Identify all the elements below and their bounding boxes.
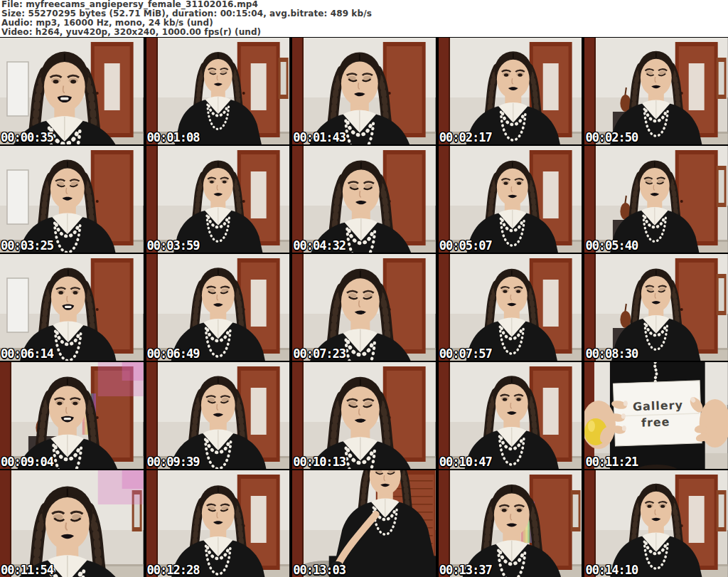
video-thumbnail: 00:10:47 (439, 362, 582, 469)
timestamp-label: 00:12:28 (147, 564, 200, 576)
video-thumbnail: 00:13:03 (292, 470, 436, 577)
timestamp-label: 00:09:04 (1, 456, 53, 468)
timestamp-label: 00:09:39 (147, 456, 200, 468)
timestamp-label: 00:03:25 (1, 240, 53, 252)
thumbnail-image (146, 38, 290, 144)
thumbnail-image (0, 38, 144, 144)
video-thumbnail: 00:14:10 (584, 470, 728, 577)
timestamp-label: 00:10:13 (293, 456, 346, 468)
timestamp-label: 00:07:23 (293, 348, 346, 360)
thumbnail-image (439, 470, 582, 577)
video-thumbnail: 00:08:30 (584, 254, 728, 361)
timestamp-label: 00:05:07 (439, 240, 492, 252)
video-thumbnail: 00:13:37 (439, 470, 582, 577)
thumbnail-image (439, 38, 582, 144)
video-thumbnail: Galleryfree 00:11:21 (584, 362, 728, 469)
video-thumbnail: 00:10:13 (292, 362, 436, 469)
video-thumbnail: 00:02:50 (584, 38, 728, 144)
svg-text:Gallery: Gallery (633, 398, 684, 413)
thumbnail-image (584, 470, 728, 577)
timestamp-label: 00:04:32 (293, 240, 346, 252)
timestamp-label: 00:11:54 (1, 564, 53, 576)
video-thumbnail: 00:07:57 (439, 254, 582, 361)
metadata-line-video: Video: h264, yuv420p, 320x240, 1000.00 f… (1, 28, 728, 37)
thumbnail-image (146, 470, 290, 577)
video-thumbnail: 00:00:35 (0, 38, 144, 144)
thumbnail-grid: 00:00:35 00:01:08 00:01:43 00:02:17 00:0… (0, 37, 728, 577)
timestamp-label: 00:01:08 (147, 132, 200, 144)
video-thumbnail: 00:06:14 (0, 254, 144, 361)
thumbnail-image (292, 362, 436, 469)
timestamp-label: 00:02:17 (439, 132, 492, 144)
timestamp-label: 00:07:57 (439, 348, 492, 360)
timestamp-label: 00:05:40 (585, 240, 638, 252)
timestamp-label: 00:08:30 (585, 348, 638, 360)
timestamp-label: 00:03:59 (147, 240, 200, 252)
thumbnail-image (584, 38, 728, 144)
video-thumbnail: 00:03:25 (0, 146, 144, 253)
timestamp-label: 00:13:03 (293, 564, 346, 576)
video-thumbnail: 00:02:17 (439, 38, 582, 144)
thumbnail-image (0, 146, 144, 253)
video-thumbnail: 00:01:43 (292, 38, 436, 144)
timestamp-label: 00:13:37 (439, 564, 492, 576)
video-thumbnail: 00:01:08 (146, 38, 290, 144)
thumbnail-image (584, 146, 728, 253)
timestamp-label: 00:10:47 (439, 456, 492, 468)
video-thumbnail: 00:05:07 (439, 146, 582, 253)
svg-text:free: free (641, 415, 670, 429)
timestamp-label: 00:06:49 (147, 348, 200, 360)
timestamp-label: 00:06:14 (1, 348, 53, 360)
thumbnail-image (439, 362, 582, 469)
thumbnail-image (0, 254, 144, 361)
timestamp-label: 00:02:50 (585, 132, 638, 144)
thumbnail-image (292, 146, 436, 253)
thumbnail-image (0, 362, 144, 469)
thumbnail-image (439, 254, 582, 361)
video-thumbnail: 00:07:23 (292, 254, 436, 361)
thumbnail-image (292, 254, 436, 361)
timestamp-label: 00:11:21 (585, 456, 638, 468)
video-thumbnail: 00:03:59 (146, 146, 290, 253)
video-thumbnail: 00:05:40 (584, 146, 728, 253)
thumbnail-image (584, 254, 728, 361)
video-thumbnail: 00:04:32 (292, 146, 436, 253)
thumbnail-image (146, 362, 290, 469)
thumbnail-image (146, 146, 290, 253)
video-thumbnail: 00:12:28 (146, 470, 290, 577)
video-thumbnail: 00:11:54 (0, 470, 144, 577)
video-thumbnail: 00:09:39 (146, 362, 290, 469)
thumbnail-image (292, 38, 436, 144)
timestamp-label: 00:14:10 (585, 564, 638, 576)
thumbnail-image (439, 146, 582, 253)
thumbnail-image (146, 254, 290, 361)
metadata-header: File: myfreecams_angiepersy_female_31102… (0, 0, 728, 37)
timestamp-label: 00:00:35 (1, 132, 53, 144)
thumbnail-image: Galleryfree (584, 362, 728, 469)
thumbnail-image (0, 470, 144, 577)
video-thumbnail: 00:06:49 (146, 254, 290, 361)
timestamp-label: 00:01:43 (293, 132, 346, 144)
thumbnail-image (292, 470, 436, 577)
video-thumbnail: 00:09:04 (0, 362, 144, 469)
